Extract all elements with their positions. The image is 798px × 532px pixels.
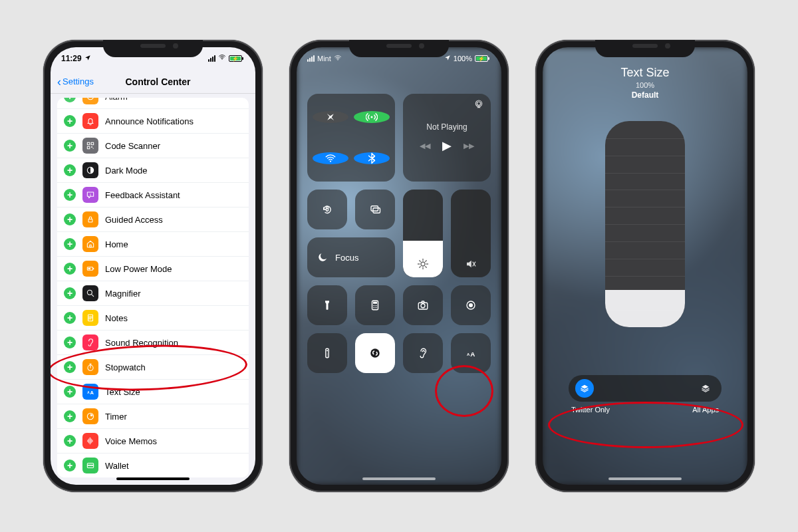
music-tile[interactable]: Not Playing ◀◀ ▶ ▶▶: [403, 94, 491, 182]
svg-point-70: [327, 352, 327, 353]
settings-row-clock[interactable]: +Alarm: [57, 98, 249, 109]
airplane-mode-button[interactable]: [313, 111, 348, 123]
settings-row-timer[interactable]: +Timer: [57, 404, 249, 429]
settings-row-ear[interactable]: +Sound Recognition: [57, 331, 249, 355]
settings-row-bell[interactable]: +Announce Notifications: [57, 109, 249, 134]
brightness-slider[interactable]: [403, 190, 443, 277]
add-button[interactable]: +: [64, 189, 76, 201]
settings-row-battery[interactable]: +Low Power Mode: [57, 257, 249, 281]
navbar: ‹ Settings Control Center: [51, 70, 255, 94]
cellular-icon: [208, 55, 215, 62]
home-indicator[interactable]: [116, 477, 190, 480]
svg-line-53: [426, 261, 427, 262]
add-button[interactable]: +: [64, 213, 76, 225]
cellular-data-button[interactable]: [354, 111, 390, 123]
svg-point-69: [327, 350, 328, 351]
scope-label-left: Twitter Only: [571, 406, 610, 414]
status-time: 11:29: [61, 54, 82, 63]
phone-text-size: Text Size 100% Default Twitter Only All …: [535, 40, 755, 492]
home-indicator[interactable]: [608, 477, 682, 480]
add-button[interactable]: +: [64, 386, 76, 398]
play-button[interactable]: ▶: [442, 138, 452, 153]
text-size-title: Text Size: [543, 66, 747, 80]
scope-toggle[interactable]: [569, 375, 722, 402]
settings-row-notes[interactable]: +Notes: [57, 306, 249, 331]
add-button[interactable]: +: [64, 410, 76, 422]
settings-row-label: Dark Mode: [105, 166, 148, 176]
settings-list[interactable]: +Alarm+Announce Notifications+Code Scann…: [57, 98, 249, 477]
orientation-lock-button[interactable]: [307, 190, 347, 229]
carrier-label: Mint: [317, 55, 331, 63]
qr-icon: [82, 138, 98, 154]
connectivity-tile[interactable]: [307, 94, 395, 182]
calculator-button[interactable]: [355, 285, 395, 325]
add-button[interactable]: +: [64, 361, 76, 373]
svg-rect-57: [373, 302, 377, 304]
add-button[interactable]: +: [64, 460, 76, 471]
rewind-button[interactable]: ◀◀: [420, 142, 430, 150]
svg-point-61: [373, 307, 374, 309]
music-status-label: Not Playing: [426, 122, 467, 132]
home-indicator[interactable]: [362, 477, 436, 480]
magnifier-icon: [82, 285, 98, 301]
svg-point-1: [87, 98, 93, 100]
notch: [103, 40, 203, 57]
add-button[interactable]: +: [64, 336, 76, 348]
wifi-button[interactable]: [313, 152, 348, 164]
settings-row-darkmode[interactable]: +Dark Mode: [57, 158, 249, 183]
battery-charging-icon: ⚡: [475, 55, 488, 62]
hearing-button[interactable]: [403, 333, 443, 373]
add-button[interactable]: +: [64, 115, 76, 127]
settings-row-waveform[interactable]: +Voice Memos: [57, 429, 249, 454]
add-button[interactable]: +: [64, 140, 76, 152]
scope-toggle-left[interactable]: [575, 379, 594, 398]
svg-rect-13: [90, 245, 91, 247]
settings-row-textsize[interactable]: +AAText Size: [57, 380, 249, 404]
settings-row-home[interactable]: +Home: [57, 232, 249, 257]
add-button[interactable]: +: [64, 263, 76, 275]
airplay-icon[interactable]: [473, 99, 484, 112]
settings-row-lock[interactable]: +Guided Access: [57, 207, 249, 232]
text-size-slider[interactable]: [605, 121, 685, 327]
settings-row-label: Timer: [105, 412, 127, 422]
location-arrow-icon: [444, 54, 451, 63]
screen-record-button[interactable]: [451, 285, 491, 325]
svg-point-60: [376, 305, 378, 307]
apple-tv-remote-button[interactable]: [307, 333, 347, 373]
settings-row-label: Text Size: [105, 387, 140, 397]
notch: [349, 40, 449, 57]
svg-line-52: [420, 267, 421, 268]
camera-button[interactable]: [403, 285, 443, 325]
timer-icon: [82, 408, 98, 424]
settings-row-stopwatch[interactable]: +Stopwatch: [57, 355, 249, 380]
settings-row-feedback[interactable]: +Feedback Assistant: [57, 183, 249, 207]
focus-button[interactable]: Focus: [307, 237, 395, 277]
add-button[interactable]: +: [64, 312, 76, 324]
volume-slider[interactable]: [451, 190, 491, 277]
settings-row-wallet[interactable]: +Wallet: [57, 454, 249, 477]
add-button[interactable]: +: [64, 164, 76, 176]
screen-mirroring-button[interactable]: [355, 190, 395, 229]
svg-rect-12: [88, 219, 92, 222]
add-button[interactable]: +: [64, 98, 76, 102]
svg-rect-15: [93, 268, 94, 269]
svg-point-41: [477, 102, 480, 105]
forward-button[interactable]: ▶▶: [464, 142, 474, 150]
svg-point-59: [374, 305, 376, 307]
add-button[interactable]: +: [64, 238, 76, 250]
settings-row-magnifier[interactable]: +Magnifier: [57, 281, 249, 306]
flashlight-button[interactable]: [307, 285, 347, 325]
scope-toggle-right[interactable]: [696, 379, 715, 398]
shazam-button[interactable]: [355, 333, 395, 373]
svg-rect-5: [91, 142, 94, 145]
svg-point-63: [376, 307, 378, 309]
text-size-button[interactable]: AA: [451, 333, 491, 373]
settings-row-qr[interactable]: +Code Scanner: [57, 134, 249, 158]
add-button[interactable]: +: [64, 287, 76, 299]
focus-label: Focus: [335, 253, 358, 263]
svg-line-51: [426, 267, 427, 268]
bluetooth-button[interactable]: [354, 152, 390, 164]
feedback-icon: [82, 187, 98, 203]
chevron-left-icon: ‹: [57, 76, 61, 88]
add-button[interactable]: +: [64, 435, 76, 447]
